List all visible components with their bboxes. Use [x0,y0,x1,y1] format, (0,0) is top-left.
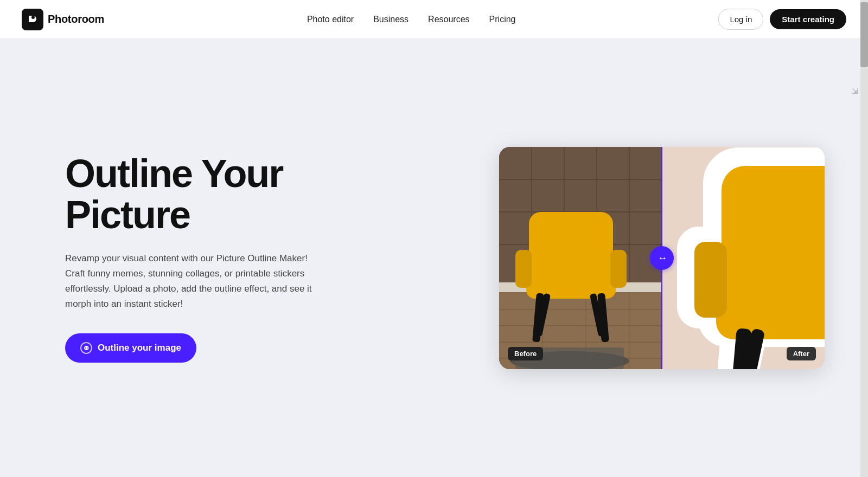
before-panel [499,147,662,369]
nav-links: Photo editor Business Resources Pricing [307,15,516,24]
before-label: Before [508,347,543,360]
svg-rect-23 [515,250,532,288]
outline-image-button[interactable]: ⊕ Outline your image [65,333,196,363]
after-panel [662,147,825,369]
hero-content: Outline Your Picture Revamp your visual … [65,153,315,362]
drag-handle[interactable]: ↔ [650,246,674,270]
before-after-widget[interactable]: ↔ Before After [499,147,825,369]
nav-logo-area: Photoroom [22,9,104,30]
svg-rect-39 [716,274,825,339]
after-label: After [787,347,816,360]
svg-rect-40 [694,242,727,318]
login-button[interactable]: Log in [718,9,763,30]
nav-photo-editor[interactable]: Photo editor [307,15,354,24]
logo-icon [22,9,43,30]
scrollbar-thumb[interactable] [860,2,868,67]
drag-arrows-icon: ↔ [658,253,666,264]
hero-title: Outline Your Picture [65,153,315,235]
svg-rect-24 [610,250,627,288]
start-creating-button[interactable]: Start creating [770,9,846,29]
hero-description: Revamp your visual content with our Pict… [65,251,315,312]
nav-business[interactable]: Business [373,15,409,24]
navbar: Photoroom Photo editor Business Resource… [0,0,868,39]
nav-resources[interactable]: Resources [428,15,469,24]
logo-text: Photoroom [48,13,104,25]
resize-icon: ⇲ [852,87,858,95]
nav-pricing[interactable]: Pricing [489,15,516,24]
hero-section: Outline Your Picture Revamp your visual … [0,39,868,477]
scrollbar[interactable] [860,0,868,477]
cta-icon: ⊕ [80,342,92,354]
nav-actions: Log in Start creating [718,9,846,30]
hero-visual: ↔ Before After [315,147,825,369]
